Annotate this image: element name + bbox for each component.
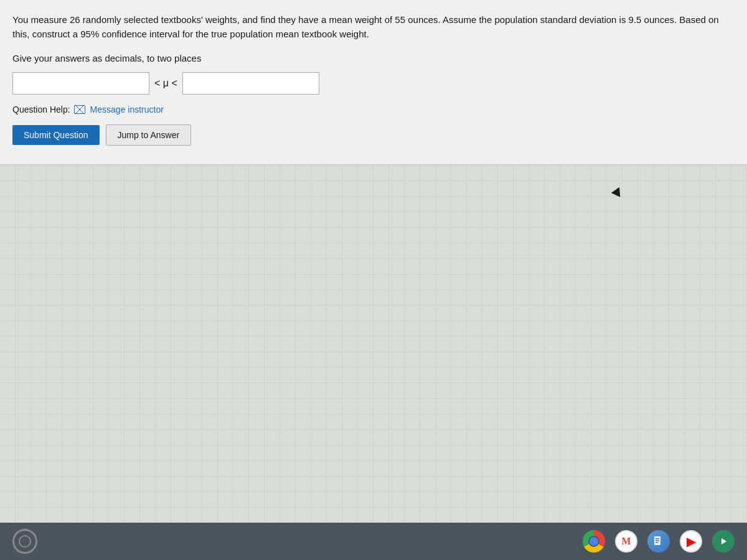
- mu-symbol: < μ <: [154, 78, 177, 89]
- question-text: You measure 26 randomly selected textboo…: [12, 12, 728, 42]
- play-icon[interactable]: [712, 530, 735, 553]
- instruction-text: Give your answers as decimals, to two pl…: [12, 53, 728, 63]
- files-svg: [652, 535, 665, 548]
- input-row: < μ <: [12, 72, 728, 95]
- question-card: You measure 26 randomly selected textboo…: [0, 0, 747, 165]
- mail-icon: [74, 105, 85, 114]
- chrome-icon[interactable]: [583, 530, 605, 553]
- message-instructor-link[interactable]: Message instructor: [90, 105, 164, 114]
- buttons-row: Submit Question Jump to Answer: [12, 124, 728, 146]
- svg-marker-4: [721, 538, 726, 544]
- gmail-m-letter: M: [621, 536, 631, 547]
- svg-rect-1: [655, 538, 659, 539]
- submit-question-button[interactable]: Submit Question: [12, 125, 100, 145]
- files-icon[interactable]: [647, 530, 670, 553]
- help-label: Question Help:: [12, 105, 70, 114]
- home-button[interactable]: [12, 529, 37, 554]
- svg-rect-2: [655, 540, 659, 541]
- jump-to-answer-button[interactable]: Jump to Answer: [106, 124, 192, 146]
- svg-rect-3: [655, 542, 658, 543]
- youtube-icon[interactable]: ▶: [680, 530, 702, 553]
- youtube-play-symbol: ▶: [687, 534, 696, 549]
- help-row: Question Help: Message instructor: [12, 105, 728, 114]
- lower-bound-input[interactable]: [12, 72, 149, 95]
- taskbar: M ▶: [0, 523, 747, 560]
- upper-bound-input[interactable]: [182, 72, 319, 95]
- play-svg: [718, 536, 728, 546]
- gmail-icon[interactable]: M: [615, 530, 637, 553]
